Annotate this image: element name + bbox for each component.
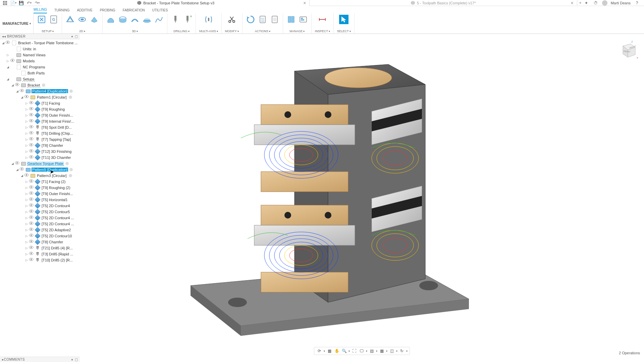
tree-setup-bracket[interactable]: ◢Bracket — [0, 82, 80, 88]
visibility-icon[interactable] — [29, 137, 34, 142]
setup-sheet-icon[interactable] — [270, 15, 279, 24]
tree-operation[interactable]: ▷[T5] 2D Contour4 — [0, 203, 80, 209]
display-style-icon[interactable]: 🖵 — [359, 348, 365, 354]
help-icon[interactable]: ? — [634, 0, 640, 6]
collapse-icon[interactable]: ◂◂ — [2, 35, 6, 38]
visibility-icon[interactable] — [29, 258, 34, 262]
task-manager-icon[interactable] — [299, 15, 308, 24]
save-icon[interactable]: 💾 — [18, 0, 24, 6]
panel-close-icon[interactable]: ▢ — [75, 35, 78, 38]
twisty-icon[interactable]: ▷ — [25, 156, 28, 159]
twisty-icon[interactable]: ◢ — [20, 96, 23, 99]
visibility-icon[interactable] — [29, 234, 34, 238]
visibility-icon[interactable] — [19, 167, 24, 172]
twisty-icon[interactable]: ▷ — [25, 138, 28, 141]
hole-recognition-icon[interactable]: + — [183, 15, 192, 24]
select-icon[interactable] — [339, 15, 348, 24]
twisty-icon[interactable]: ▷ — [25, 222, 28, 226]
tree-operation[interactable]: ▷[T9] Roughing (2) — [0, 185, 80, 191]
tree-operation[interactable]: ▷[T8] Chamfer — [0, 239, 80, 245]
twisty-icon[interactable]: ▷ — [25, 108, 28, 111]
visibility-icon[interactable] — [29, 101, 34, 106]
twisty-icon[interactable]: ◢ — [1, 41, 5, 45]
post-process-icon[interactable]: G1G2 — [258, 15, 267, 24]
workspace-selector[interactable]: MANUFACTURE▾ — [0, 13, 34, 34]
tree-setup-gearbox[interactable]: ◢Gearbox Torque Plate — [0, 161, 80, 167]
tool-library-icon[interactable] — [286, 15, 296, 24]
generate-icon[interactable] — [246, 15, 255, 24]
tree-pattern4[interactable]: ◢Pattern4 [Duplication] — [0, 88, 80, 94]
extensions-icon[interactable]: ✦ — [583, 0, 589, 6]
tree-operation[interactable]: ▷[T3] Drill5 [Rapid ... — [0, 251, 80, 257]
redo-icon[interactable]: ↷▾ — [34, 0, 40, 6]
twisty-icon[interactable]: ▷ — [25, 144, 28, 147]
document-tab-active[interactable]: Bracket - Torque Plate Tombstone Setup v… — [42, 0, 310, 6]
visibility-icon[interactable] — [24, 95, 29, 100]
visibility-icon[interactable] — [29, 240, 34, 244]
twisty-icon[interactable]: ▷ — [25, 192, 28, 195]
close-tab-icon[interactable]: × — [571, 0, 574, 6]
tree-setups[interactable]: ◢Setups — [0, 76, 80, 82]
undo-icon[interactable]: ↶▾ — [26, 0, 32, 6]
3d-parallel-icon[interactable] — [130, 15, 140, 24]
tree-models[interactable]: ▷Models — [0, 58, 80, 64]
file-new-icon[interactable]: 📄▾ — [10, 0, 16, 6]
twisty-icon[interactable]: ▷ — [25, 258, 28, 262]
browser-tree[interactable]: ◢Bracket - Torque Plate Tombstone ...Uni… — [0, 39, 80, 356]
new-tab-icon[interactable]: ＋ — [577, 0, 583, 6]
panel-settings-icon[interactable]: ● — [71, 358, 73, 361]
visibility-icon[interactable] — [29, 191, 34, 196]
refresh-icon[interactable]: ↻ — [399, 348, 405, 354]
tree-operation[interactable]: ▷[T1] Facing — [0, 100, 80, 106]
notifications-icon[interactable]: ⏱ — [593, 0, 599, 6]
twisty-icon[interactable]: ◢ — [11, 162, 14, 165]
pan-icon[interactable]: ✋ — [334, 348, 340, 354]
twisty-icon[interactable]: ▷ — [25, 126, 28, 129]
measure-icon[interactable] — [318, 15, 327, 24]
twisty-icon[interactable]: ▷ — [25, 120, 28, 123]
visibility-icon[interactable] — [5, 41, 10, 45]
fit-icon[interactable]: ⛶ — [351, 348, 357, 354]
tree-units[interactable]: Units: in — [0, 46, 80, 52]
viewport-3d[interactable]: Z X FRONT RIGHT ⟳▾ ▦ ✋ 🔍▾ ⛶ 🖵▾ ▤▾ ▦▾ ◫▾ … — [80, 34, 644, 356]
twisty-icon[interactable]: ▷ — [25, 114, 28, 117]
tree-operation[interactable]: ▷[T5] 2D Contour4 ... — [0, 215, 80, 221]
comments-header[interactable]: ▸ COMMENTS ●▢ — [0, 357, 80, 362]
view-cube[interactable]: Z X FRONT RIGHT — [618, 40, 638, 60]
twisty-icon[interactable]: ◢ — [11, 83, 14, 87]
tree-nc-programs[interactable]: ◢NC Programs — [0, 64, 80, 70]
twisty-icon[interactable]: ▷ — [25, 210, 28, 214]
twisty-icon[interactable]: ▷ — [25, 228, 28, 232]
visibility-icon[interactable] — [15, 83, 19, 87]
visibility-icon[interactable] — [15, 161, 19, 166]
visibility-icon[interactable] — [29, 131, 34, 136]
nc-program-icon[interactable]: G — [49, 15, 58, 24]
visual-style-icon[interactable]: ▤ — [369, 348, 375, 354]
visibility-icon[interactable] — [29, 143, 34, 148]
tree-operation[interactable]: ▷[T5] Horizontal1 — [0, 197, 80, 203]
3d-contour-icon[interactable] — [154, 15, 164, 24]
tree-operation[interactable]: ▷[T9] Internal Finis!... — [0, 118, 80, 124]
tree-operation[interactable]: ▷[T5] Drilling [Chip... — [0, 130, 80, 136]
visibility-icon[interactable] — [29, 149, 34, 154]
twisty-icon[interactable]: ▷ — [25, 102, 28, 105]
tree-pattern5[interactable]: ◢Pattern5 [Duplication] — [0, 167, 80, 173]
visibility-icon[interactable] — [29, 252, 34, 256]
twisty-icon[interactable]: ▷ — [6, 53, 9, 57]
ribbon-tab-additive[interactable]: ADDITIVE — [77, 8, 93, 13]
tree-root[interactable]: ◢Bracket - Torque Plate Tombstone ... — [0, 40, 80, 46]
visibility-icon[interactable] — [29, 222, 34, 226]
twisty-icon[interactable]: ◢ — [6, 65, 9, 69]
orbit-icon[interactable]: ⟳ — [316, 348, 322, 354]
tree-operation[interactable]: ▷[T5] 2D Contour4 ... — [0, 221, 80, 227]
panel-close-icon[interactable]: ▢ — [75, 358, 78, 361]
3d-horizontal-icon[interactable] — [142, 15, 152, 24]
2d-face-icon[interactable] — [90, 15, 99, 24]
ribbon-tab-utilities[interactable]: UTILITIES — [152, 8, 168, 13]
tree-operation[interactable]: ▷[T11] 3D Chamfer — [0, 155, 80, 161]
twisty-icon[interactable]: ▷ — [25, 180, 28, 183]
visibility-icon[interactable] — [29, 228, 34, 232]
tree-named-views[interactable]: ▷Named Views — [0, 52, 80, 58]
tree-operation[interactable]: ▷[T8] Chamfer — [0, 142, 80, 148]
tree-pattern3[interactable]: ◢Pattern3 [Circular] — [0, 173, 80, 179]
